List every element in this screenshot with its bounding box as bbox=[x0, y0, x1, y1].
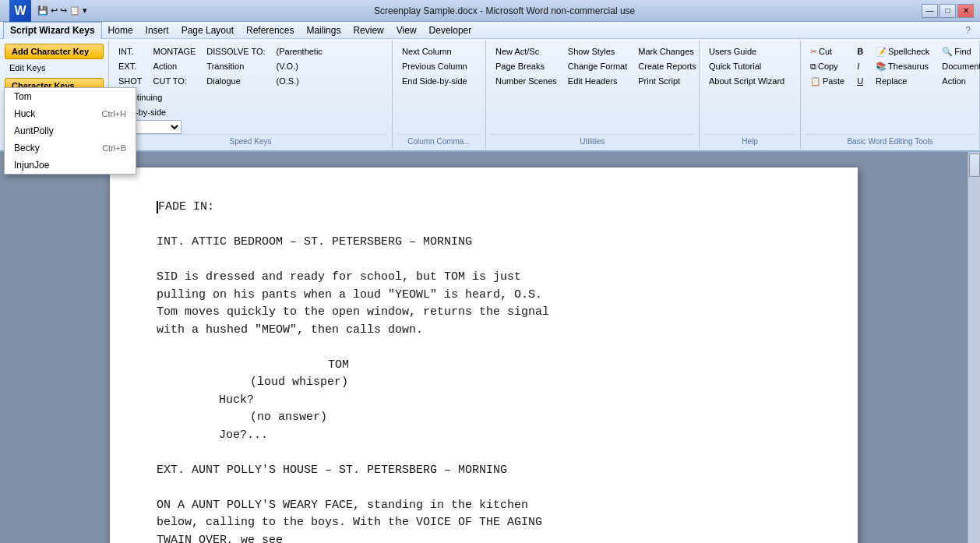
about-button[interactable]: About Script Wizard bbox=[704, 74, 789, 88]
menu-bar: Script Wizard Keys Home Insert Page Layo… bbox=[0, 22, 980, 39]
replace-button[interactable]: Replace bbox=[871, 74, 934, 88]
change-format-button[interactable]: Change Format bbox=[563, 59, 632, 73]
next-column-button[interactable]: Next Column bbox=[397, 44, 472, 58]
menu-insert[interactable]: Insert bbox=[139, 22, 175, 39]
column-group-label: Column Comma... bbox=[397, 134, 481, 146]
right-scrollbar[interactable] bbox=[968, 152, 980, 543]
dropdown-item-huck[interactable]: Huck Ctrl+H bbox=[5, 105, 136, 122]
transition-button[interactable]: Transition bbox=[202, 59, 270, 73]
menu-references[interactable]: References bbox=[240, 22, 300, 39]
doc-line-5: SID is dressed and ready for school, but… bbox=[157, 269, 811, 287]
previous-column-button[interactable]: Previous Column bbox=[397, 59, 472, 73]
doc-line-12: Huck? bbox=[157, 392, 811, 410]
menu-review[interactable]: Review bbox=[347, 22, 390, 39]
doc-line-8: with a hushed "MEOW", then calls down. bbox=[157, 322, 811, 340]
number-scenes-button[interactable]: Number Scenes bbox=[491, 74, 562, 88]
doc-line-6: pulling on his pants when a loud "YEOWL"… bbox=[157, 287, 811, 305]
ribbon-group-help: Users Guide Quick Tutorial About Script … bbox=[700, 41, 801, 149]
help-icon[interactable]: ? bbox=[965, 25, 977, 36]
menu-home[interactable]: Home bbox=[102, 22, 139, 39]
add-character-key-button[interactable]: Add Character Key bbox=[5, 44, 104, 59]
menu-script-wizard-keys[interactable]: Script Wizard Keys bbox=[3, 22, 102, 39]
edit-headers-button[interactable]: Edit Headers bbox=[563, 74, 632, 88]
doc-line-14: Joe?... bbox=[157, 427, 811, 445]
restore-btn[interactable]: □ bbox=[939, 4, 956, 18]
int-button[interactable]: INT. bbox=[114, 44, 147, 58]
users-guide-button[interactable]: Users Guide bbox=[704, 44, 789, 58]
montage-button[interactable]: MONTAGE bbox=[149, 44, 201, 58]
menu-mailings[interactable]: Mailings bbox=[300, 22, 347, 39]
new-act-button[interactable]: New Act/Sc bbox=[491, 44, 562, 58]
title-bar: W 💾 ↩ ↪ 📋 ▾ Screenplay Sample.docx - Mic… bbox=[0, 0, 980, 22]
ext-button[interactable]: EXT. bbox=[114, 59, 147, 73]
bold-button[interactable]: B bbox=[852, 44, 868, 58]
document-page[interactable]: FADE IN: INT. ATTIC BEDROOM – ST. PETERS… bbox=[110, 167, 858, 543]
cut-to-button[interactable]: CUT TO: bbox=[149, 74, 201, 88]
os-button[interactable]: (O.S.) bbox=[272, 74, 327, 88]
show-styles-button[interactable]: Show Styles bbox=[563, 44, 632, 58]
print-script-button[interactable]: Print Script bbox=[633, 74, 701, 88]
parenthetic-button[interactable]: (Parenthetic bbox=[272, 44, 327, 58]
speedkeys-group-label: Speed Keys bbox=[114, 134, 387, 146]
edit-keys-button[interactable]: Edit Keys bbox=[5, 61, 104, 75]
doc-line-7: Tom moves quickly to the open window, re… bbox=[157, 304, 811, 322]
doc-line-16: EXT. AUNT POLLY'S HOUSE – ST. PETERSBERG… bbox=[157, 462, 811, 480]
document-area[interactable]: FADE IN: INT. ATTIC BEDROOM – ST. PETERS… bbox=[0, 152, 968, 543]
copy-button[interactable]: ⧉ Copy bbox=[806, 59, 849, 73]
doc-line-15 bbox=[157, 444, 811, 462]
ribbon-group-column: Next Column Previous Column End Side-by-… bbox=[393, 41, 486, 149]
dropdown-item-becky[interactable]: Becky Ctrl+B bbox=[5, 139, 136, 157]
spellcheck-button[interactable]: 📝 Spellcheck bbox=[871, 44, 934, 58]
create-reports-button[interactable]: Create Reports bbox=[633, 59, 701, 73]
underline-button[interactable]: U bbox=[852, 74, 868, 88]
cut-button[interactable]: ✂ Cut bbox=[806, 44, 849, 58]
dissolve-to-button[interactable]: DISSOLVE TO: bbox=[202, 44, 270, 58]
style-select[interactable] bbox=[135, 120, 182, 134]
end-side-by-side-button[interactable]: End Side-by-side bbox=[397, 74, 472, 88]
action-editing-button[interactable]: Action bbox=[937, 74, 980, 88]
quick-tutorial-button[interactable]: Quick Tutorial bbox=[704, 59, 789, 73]
doc-line-9 bbox=[157, 339, 811, 357]
doc-line-11: (loud whisper) bbox=[157, 374, 811, 392]
character-dropdown: Tom Huck Ctrl+H AuntPolly Becky Ctrl+B I… bbox=[4, 87, 136, 175]
shot-button[interactable]: SHOT bbox=[114, 74, 147, 88]
doc-line-13: (no answer) bbox=[157, 409, 811, 427]
thesaurus-button[interactable]: 📚 Thesaurus bbox=[871, 59, 934, 73]
dialogue-button[interactable]: Dialogue bbox=[202, 74, 270, 88]
dropdown-item-tom[interactable]: Tom bbox=[5, 88, 136, 105]
doc-line-4 bbox=[157, 252, 811, 270]
main-area: FADE IN: INT. ATTIC BEDROOM – ST. PETERS… bbox=[0, 152, 980, 543]
mark-changes-button[interactable]: Mark Changes bbox=[633, 44, 701, 58]
window-controls: — □ ✕ bbox=[922, 4, 974, 18]
window-title: Screenplay Sample.docx - Microsoft Word … bbox=[87, 5, 922, 16]
page-breaks-button[interactable]: Page Breaks bbox=[491, 59, 562, 73]
quick-access-toolbar: 💾 ↩ ↪ 📋 ▾ bbox=[37, 5, 87, 16]
doc-line-17 bbox=[157, 479, 811, 497]
ribbon-group-speedkeys: INT. EXT. SHOT MONTAGE Action bbox=[109, 41, 393, 149]
dropdown-item-injunjoe[interactable]: InjunJoe bbox=[5, 157, 136, 174]
utilities-group-label: Utilities bbox=[491, 134, 694, 146]
doc-line-18: ON A AUNT POLLY'S WEARY FACE, standing i… bbox=[157, 497, 811, 515]
minimize-btn[interactable]: — bbox=[922, 4, 938, 18]
close-btn[interactable]: ✕ bbox=[957, 4, 974, 18]
ribbon: Add Character Key Edit Keys Character Ke… bbox=[0, 39, 980, 152]
paste-button[interactable]: 📋 Paste bbox=[806, 74, 849, 88]
ribbon-group-editing: ✂ Cut ⧉ Copy 📋 Paste B bbox=[801, 41, 980, 149]
menu-view[interactable]: View bbox=[390, 22, 423, 39]
vo-button[interactable]: (V.O.) bbox=[272, 59, 327, 73]
document-map-button[interactable]: Document Map bbox=[937, 59, 980, 73]
editing-group-label: Basic Word Editing Tools bbox=[806, 134, 975, 146]
doc-line-19: below, calling to the boys. With the VOI… bbox=[157, 514, 811, 532]
scrollbar-thumb[interactable] bbox=[969, 153, 980, 177]
word-logo: W bbox=[9, 0, 31, 22]
action-button[interactable]: Action bbox=[149, 59, 201, 73]
help-group-label: Help bbox=[704, 134, 795, 146]
menu-page-layout[interactable]: Page Layout bbox=[175, 22, 240, 39]
italic-button[interactable]: I bbox=[852, 59, 868, 73]
find-button[interactable]: 🔍 Find bbox=[937, 44, 980, 58]
ribbon-group-utilities: New Act/Sc Page Breaks Number Scenes Sho… bbox=[486, 41, 700, 149]
menu-developer[interactable]: Developer bbox=[423, 22, 478, 39]
dropdown-item-auntpolly[interactable]: AuntPolly bbox=[5, 122, 136, 139]
doc-line-10: TOM bbox=[157, 357, 811, 375]
add-char-label: Add Character Key bbox=[12, 47, 89, 56]
